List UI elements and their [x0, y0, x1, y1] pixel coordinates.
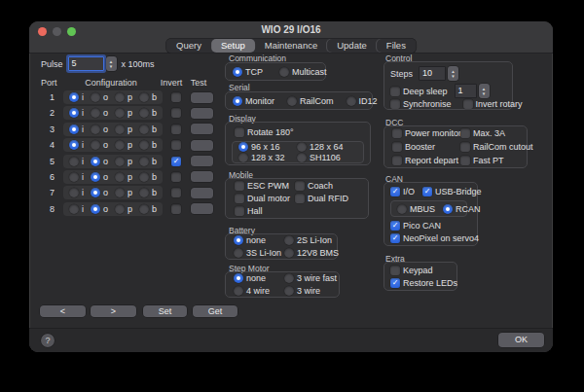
- test-button[interactable]: [191, 188, 213, 198]
- mobile-option[interactable]: Coach: [295, 181, 359, 191]
- step-motor-option[interactable]: none: [234, 273, 284, 283]
- port-config-o[interactable]: o: [91, 172, 108, 182]
- port-config-i[interactable]: i: [69, 92, 84, 102]
- test-button[interactable]: [191, 171, 213, 182]
- port-config-p[interactable]: p: [115, 204, 132, 214]
- can-option[interactable]: ✓I/O: [390, 187, 415, 196]
- invert-checkbox[interactable]: [171, 92, 181, 102]
- can-bus-option[interactable]: MBUS: [397, 204, 435, 214]
- test-button[interactable]: [191, 124, 213, 134]
- extra-option[interactable]: ✓Restore LEDs: [390, 278, 457, 288]
- battery-option[interactable]: 12V8 BMS: [284, 248, 339, 258]
- mobile-option[interactable]: Dual motor: [235, 194, 295, 203]
- dcc-option[interactable]: RailCom cutout: [460, 142, 533, 152]
- test-button[interactable]: [191, 156, 213, 166]
- serial-option[interactable]: ID12: [347, 96, 378, 106]
- port-config-b[interactable]: b: [139, 172, 157, 182]
- rotate-180-checkbox[interactable]: Rotate 180°: [235, 127, 294, 137]
- can-option[interactable]: ✓USB-Bridge: [422, 187, 482, 196]
- battery-option[interactable]: none: [234, 235, 284, 245]
- control-option[interactable]: Invert rotary: [463, 99, 523, 109]
- port-config-o[interactable]: o: [91, 108, 108, 118]
- port-config-b[interactable]: b: [139, 108, 157, 118]
- test-button[interactable]: [191, 203, 213, 214]
- serial-option[interactable]: RailCom: [287, 96, 334, 106]
- port-config-p[interactable]: p: [115, 157, 132, 166]
- port-config-o[interactable]: o: [91, 157, 108, 166]
- tab-query[interactable]: Query: [166, 39, 211, 53]
- communication-option[interactable]: Multicast: [279, 67, 327, 77]
- port-config-b[interactable]: b: [139, 204, 157, 214]
- prev-button[interactable]: <: [40, 305, 86, 317]
- invert-checkbox[interactable]: [171, 172, 181, 182]
- port-config-i[interactable]: i: [69, 172, 84, 182]
- display-size-option[interactable]: SH1106: [297, 153, 357, 162]
- port-config-b[interactable]: b: [139, 125, 157, 134]
- port-config-b[interactable]: b: [139, 188, 157, 197]
- extra-option[interactable]: Keypad: [390, 266, 457, 275]
- pulse-input[interactable]: 5: [68, 56, 104, 71]
- tab-update[interactable]: Update: [327, 39, 377, 53]
- display-size-option[interactable]: 128 x 32: [238, 153, 297, 162]
- mobile-option[interactable]: Dual RFID: [295, 194, 359, 203]
- test-button[interactable]: [191, 140, 213, 151]
- port-config-p[interactable]: p: [115, 188, 132, 197]
- tab-maintenance[interactable]: Maintenance: [255, 39, 327, 53]
- can-option[interactable]: ✓NeoPixel on servo4: [390, 233, 479, 243]
- dcc-option[interactable]: Report depart: [392, 156, 460, 165]
- port-config-i[interactable]: i: [69, 188, 84, 197]
- port-config-i[interactable]: i: [69, 157, 84, 166]
- port-config-o[interactable]: o: [91, 92, 108, 102]
- port-config-b[interactable]: b: [139, 157, 157, 166]
- port-config-p[interactable]: p: [115, 140, 132, 150]
- steps-stepper[interactable]: ▲▼: [448, 66, 458, 81]
- pulse-stepper[interactable]: ▲▼: [106, 56, 117, 71]
- next-button[interactable]: >: [91, 305, 136, 317]
- invert-checkbox[interactable]: [171, 204, 181, 214]
- communication-option[interactable]: TCP: [233, 67, 263, 77]
- get-button[interactable]: Get: [193, 305, 237, 317]
- port-config-o[interactable]: o: [91, 140, 108, 150]
- port-config-i[interactable]: i: [69, 140, 84, 150]
- port-config-p[interactable]: p: [115, 92, 132, 102]
- can-bus-option[interactable]: RCAN: [443, 204, 481, 214]
- invert-checkbox[interactable]: [171, 108, 181, 118]
- serial-option[interactable]: Monitor: [233, 96, 274, 106]
- port-config-b[interactable]: b: [139, 140, 157, 150]
- step-motor-option[interactable]: 3 wire fast: [284, 273, 337, 283]
- port-config-i[interactable]: i: [69, 125, 84, 134]
- test-button[interactable]: [191, 108, 213, 119]
- invert-checkbox[interactable]: [171, 188, 181, 197]
- step-motor-option[interactable]: 3 wire: [284, 286, 337, 296]
- port-config-o[interactable]: o: [91, 125, 108, 134]
- step-motor-option[interactable]: 4 wire: [234, 286, 284, 296]
- invert-checkbox[interactable]: [171, 140, 181, 150]
- ok-button[interactable]: OK: [498, 333, 544, 347]
- test-button[interactable]: [191, 92, 213, 103]
- port-config-i[interactable]: i: [69, 108, 84, 118]
- deep-sleep-checkbox[interactable]: Deep sleep: [390, 87, 448, 96]
- control-option[interactable]: Synchronise: [390, 99, 452, 109]
- can-option[interactable]: ✓Pico CAN: [390, 221, 479, 231]
- port-config-o[interactable]: o: [91, 204, 108, 214]
- deep-sleep-input[interactable]: 1: [455, 84, 477, 98]
- mobile-option[interactable]: Hall: [235, 206, 295, 216]
- battery-option[interactable]: 2S Li-Ion: [284, 235, 339, 245]
- mobile-option[interactable]: ESC PWM: [235, 181, 295, 191]
- set-button[interactable]: Set: [143, 305, 187, 317]
- battery-option[interactable]: 3S Li-Ion: [234, 248, 284, 258]
- port-config-p[interactable]: p: [115, 108, 132, 118]
- deep-sleep-stepper[interactable]: ▲▼: [479, 84, 490, 98]
- dcc-option[interactable]: Max. 3A: [460, 128, 533, 138]
- display-size-option[interactable]: 128 x 64: [297, 142, 357, 152]
- port-config-p[interactable]: p: [115, 172, 132, 182]
- tab-files[interactable]: Files: [377, 39, 416, 53]
- help-button[interactable]: ?: [41, 334, 55, 347]
- port-config-o[interactable]: o: [91, 188, 108, 197]
- display-size-option[interactable]: 96 x 16: [238, 142, 297, 152]
- dcc-option[interactable]: Power monitor: [392, 128, 460, 138]
- invert-checkbox[interactable]: ✓: [171, 157, 181, 166]
- port-config-i[interactable]: i: [69, 204, 84, 214]
- port-config-b[interactable]: b: [139, 92, 157, 102]
- dcc-option[interactable]: Fast PT: [460, 156, 533, 165]
